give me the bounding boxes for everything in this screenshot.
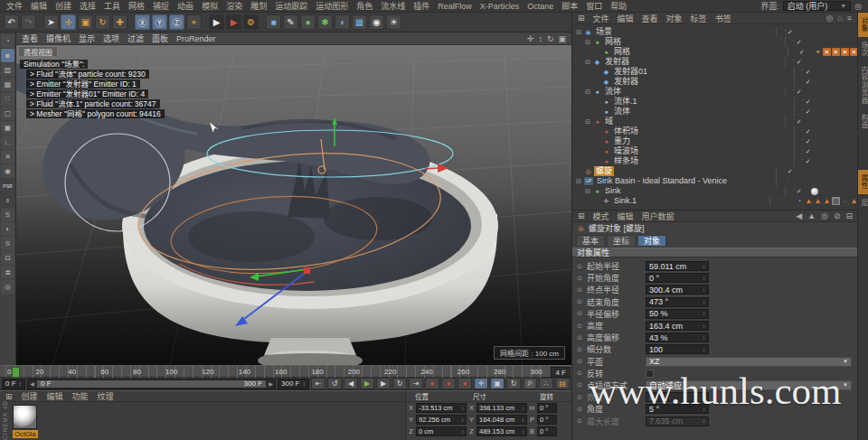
- tab-structure[interactable]: 构造: [858, 109, 868, 134]
- lock-z-axis-button[interactable]: Ⓩ: [169, 14, 184, 30]
- add-primitive-button[interactable]: ■: [266, 14, 281, 30]
- tree-row-field-group[interactable]: ⊟●域 ¨ ✓: [572, 117, 858, 126]
- visibility-dots[interactable]: ¨ ✓: [785, 87, 808, 97]
- menu-simulate[interactable]: 模拟: [202, 0, 218, 12]
- panel-options-icon[interactable]: ⊟: [845, 211, 853, 220]
- om-menu-file[interactable]: 文件: [593, 13, 609, 24]
- visibility-dots[interactable]: ¨ ✓: [785, 186, 808, 196]
- record-keyframe-button[interactable]: ●: [425, 378, 439, 389]
- coordinate-system-button[interactable]: ⌖: [186, 14, 202, 30]
- generators-button[interactable]: ●: [300, 14, 316, 30]
- pla-key-toggle[interactable]: ∴: [539, 378, 553, 389]
- vmenu-filter[interactable]: 过滤: [127, 33, 144, 44]
- position-x-field[interactable]: -33.513 cm↕: [416, 403, 467, 413]
- am-menu-edit[interactable]: 编辑: [618, 211, 634, 222]
- expand-toggle[interactable]: ⊟: [584, 57, 591, 67]
- plane-dropdown[interactable]: XZ▼: [646, 357, 852, 367]
- material-name[interactable]: OctGla: [13, 430, 38, 438]
- size-y-field[interactable]: 164.048 cm↕: [476, 415, 527, 425]
- uvw-tag-icon[interactable]: ▲: [805, 197, 813, 205]
- menu-script[interactable]: 脚本: [561, 0, 578, 12]
- visibility-dots[interactable]: ¨ ✓: [794, 107, 817, 117]
- menu-motion-tracker[interactable]: 运动跟踪: [275, 0, 307, 12]
- expand-toggle[interactable]: ⊟: [575, 176, 582, 186]
- play-button[interactable]: ▶: [360, 378, 374, 389]
- expand-toggle[interactable]: ⊟: [584, 186, 591, 196]
- render-picture-viewer-button[interactable]: ▶: [226, 14, 241, 30]
- maximize-view-icon[interactable]: ▣: [558, 34, 566, 43]
- current-frame-field[interactable]: 4 F: [551, 367, 571, 378]
- search-icon[interactable]: ◎: [821, 211, 828, 220]
- render-view-button[interactable]: ▶: [209, 14, 224, 30]
- om-menu-edit[interactable]: 编辑: [618, 13, 634, 24]
- mouse-move-icon[interactable]: ◗: [1, 222, 14, 236]
- position-z-field[interactable]: 0 cm↕: [416, 426, 467, 436]
- undo-button[interactable]: ↶: [4, 14, 19, 30]
- tab-object[interactable]: 对象: [637, 235, 666, 246]
- play-backward-button[interactable]: ↺: [327, 378, 342, 389]
- texture-mode-icon[interactable]: ▨: [1, 63, 14, 77]
- material-tag-icon[interactable]: [811, 188, 818, 195]
- key-circle-icon[interactable]: ⊙: [575, 370, 584, 377]
- panel-menu-icon[interactable]: ⊞: [578, 211, 585, 220]
- xp-dot-tag-icon[interactable]: ●: [814, 48, 822, 56]
- key-circle-icon[interactable]: ⊙: [575, 358, 584, 365]
- spline-pen-button[interactable]: ✎: [283, 14, 298, 30]
- autokey-button[interactable]: ●: [441, 378, 456, 389]
- rotation-p-field[interactable]: 0 °: [537, 415, 557, 425]
- vmenu-cameras[interactable]: 摄像机: [46, 33, 71, 44]
- menu-pipeline[interactable]: 流水线: [381, 0, 405, 12]
- rotation-h-field[interactable]: 0 °: [537, 403, 557, 413]
- mat-menu-create[interactable]: 创建: [22, 390, 38, 402]
- visibility-dots[interactable]: ¨: [769, 196, 793, 206]
- environment-button[interactable]: ◗: [335, 14, 350, 30]
- material-item[interactable]: OctGla: [13, 405, 38, 438]
- menu-character[interactable]: 角色: [356, 0, 373, 12]
- vmenu-view[interactable]: 查看: [22, 33, 38, 44]
- psr-icon[interactable]: PSR: [1, 179, 14, 192]
- tree-row-fluid-group[interactable]: ⊟●流体 ¨ ✓: [572, 87, 858, 97]
- menu-realflow[interactable]: RealFlow: [438, 2, 472, 11]
- slider-right-arrow-icon[interactable]: ▶: [267, 380, 275, 388]
- visibility-dots[interactable]: ¨ ✓: [794, 156, 817, 166]
- next-frame-button[interactable]: ▶: [376, 378, 391, 389]
- rotation-b-field[interactable]: 0 °: [537, 426, 557, 436]
- expand-toggle[interactable]: ⊟: [584, 87, 591, 97]
- menu-snap[interactable]: 捕捉: [153, 0, 169, 12]
- redo-button[interactable]: ↷: [21, 14, 36, 30]
- live-selection-button[interactable]: ➤: [43, 14, 59, 30]
- tree-row-fluid[interactable]: ●流体 ¨ ✓: [572, 107, 858, 117]
- visibility-dots[interactable]: ¨ ✓: [788, 47, 811, 57]
- menu-mograph[interactable]: 运动图形: [316, 0, 348, 12]
- auto-snap-icon[interactable]: S: [1, 208, 14, 221]
- menu-file[interactable]: 文件: [6, 0, 23, 12]
- tab-takes[interactable]: 场次: [858, 37, 868, 61]
- deformers-button[interactable]: ✱: [317, 14, 333, 30]
- key-circle-icon[interactable]: ⊙: [575, 263, 584, 270]
- mat-menu-function[interactable]: 功能: [72, 390, 89, 402]
- vmenu-display[interactable]: 显示: [79, 33, 95, 44]
- om-menu-bookmarks[interactable]: 书签: [715, 13, 731, 24]
- lock-workplane-icon[interactable]: ≣: [1, 266, 14, 279]
- am-menu-mode[interactable]: 模式: [593, 211, 609, 222]
- visibility-dots[interactable]: ¨ ✓: [785, 117, 808, 126]
- scale-tool-button[interactable]: ▣: [78, 14, 93, 30]
- menu-tools[interactable]: 工具: [104, 0, 120, 12]
- pan-view-icon[interactable]: ✛: [527, 34, 534, 43]
- floor-button[interactable]: ▦: [352, 14, 367, 30]
- am-menu-userdata[interactable]: 用户数据: [642, 211, 675, 222]
- vmenu-prorender[interactable]: ProRender: [176, 34, 216, 43]
- position-key-toggle[interactable]: ✛: [474, 378, 488, 389]
- keyframe-presets-button[interactable]: ▤: [555, 378, 570, 389]
- polygons-mode-icon[interactable]: ▣: [1, 121, 14, 135]
- range-end-field[interactable]: 300 F↕: [278, 379, 309, 389]
- camera-button[interactable]: ◉: [369, 14, 384, 30]
- key-circle-icon[interactable]: ⊙: [575, 286, 584, 294]
- size-z-field[interactable]: 489.153 cm↕: [476, 426, 527, 436]
- lock-x-axis-button[interactable]: Ⓧ: [135, 14, 150, 30]
- scale-key-toggle[interactable]: ▣: [490, 378, 505, 389]
- tree-row-volume-field[interactable]: ●体积场 ¨ ✓: [572, 126, 858, 136]
- menu-create[interactable]: 创建: [55, 0, 71, 12]
- home-icon[interactable]: ⌂: [837, 14, 842, 23]
- quantize-icon[interactable]: S: [1, 237, 14, 250]
